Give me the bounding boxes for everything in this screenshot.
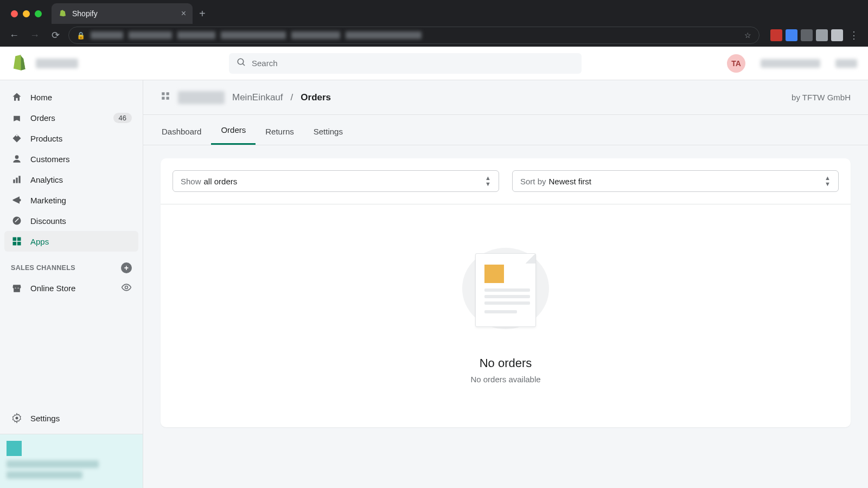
customers-icon [11,153,23,165]
sidebar-item-apps[interactable]: Apps [4,231,138,252]
store-icon [11,282,23,294]
svg-line-1 [242,63,245,66]
menu-icon[interactable]: ⋮ [846,29,861,41]
sidebar-item-label: Discounts [30,216,66,226]
shopify-logo-icon [11,54,26,73]
profile-avatar-icon[interactable] [831,29,843,41]
window-close-button[interactable] [11,10,18,17]
view-store-icon[interactable] [121,282,132,294]
tab-orders[interactable]: Orders [211,117,256,145]
svg-rect-3 [13,179,15,183]
sort-select[interactable]: Sort by Newest first ▲▼ [512,170,839,192]
extension-icon[interactable] [786,29,797,41]
sidebar-item-orders[interactable]: Orders 46 [4,107,138,128]
app-byline: by TFTW GmbH [792,93,851,102]
back-button[interactable]: ← [7,30,22,41]
search-placeholder: Search [252,59,278,68]
svg-rect-5 [18,176,20,183]
extension-icon[interactable] [816,29,828,41]
extension-icon[interactable] [770,29,782,41]
shopify-favicon-icon [58,9,67,18]
svg-point-2 [15,155,19,159]
sales-channels-heading: SALES CHANNELS + [4,252,138,278]
breadcrumb-blurred [178,91,225,104]
show-value: all orders [204,177,238,186]
orders-icon [11,112,23,124]
svg-rect-15 [162,97,164,100]
tab-dashboard[interactable]: Dashboard [152,118,211,145]
sidebar-item-analytics[interactable]: Analytics [4,169,138,190]
window-zoom-button[interactable] [35,10,42,17]
sidebar-item-label: Orders [30,113,55,123]
extension-icons: ⋮ [770,29,861,41]
sidebar-item-label: Customers [30,155,70,164]
tabs: Dashboard Orders Returns Settings [143,115,868,145]
sort-label: Sort by [520,177,546,186]
account-name-blurred-2 [835,59,857,68]
tab-bar: Shopify × + [0,0,868,24]
svg-rect-8 [17,237,21,241]
empty-state: No orders No orders available [161,204,851,427]
breadcrumb-row: MeinEinkauf / Orders by TFTW GmbH [143,80,868,115]
app-header: Search TA [0,47,868,80]
reload-button[interactable]: ⟳ [48,29,63,41]
main-content: MeinEinkauf / Orders by TFTW GmbH Dashbo… [143,80,868,488]
empty-subtitle: No orders available [470,375,540,384]
forward-button[interactable]: → [27,30,42,41]
search-input[interactable]: Search [229,53,582,74]
svg-rect-10 [17,242,21,246]
sidebar-item-label: Products [30,134,62,143]
close-tab-icon[interactable]: × [181,9,186,18]
analytics-icon [11,174,23,185]
traffic-lights [11,10,42,17]
svg-rect-7 [13,237,17,241]
breadcrumb-current: Orders [301,92,331,103]
lock-icon: 🔒 [76,31,85,40]
add-channel-button[interactable]: + [121,262,132,273]
new-tab-button[interactable]: + [199,8,206,20]
tab-settings[interactable]: Settings [304,118,353,145]
products-icon [11,132,23,144]
sidebar-item-label: Analytics [30,175,63,184]
tab-returns[interactable]: Returns [256,118,304,145]
svg-rect-4 [16,178,17,183]
svg-rect-16 [167,97,169,100]
gear-icon [11,412,23,424]
sidebar-item-settings[interactable]: Settings [4,408,138,428]
discounts-icon [11,215,23,227]
trial-banner[interactable] [0,434,143,488]
toolbar: ← → ⟳ 🔒 ☆ ⋮ [0,24,868,47]
empty-document-icon [462,248,549,329]
sidebar-item-products[interactable]: Products [4,128,138,149]
breadcrumb-separator: / [291,92,293,103]
extension-icon[interactable] [801,29,813,41]
svg-rect-14 [167,92,169,95]
tab-title: Shopify [72,9,98,18]
home-icon [11,91,23,103]
show-select[interactable]: Show all orders ▲▼ [173,170,499,192]
browser-tab[interactable]: Shopify × [52,3,193,24]
store-name-blurred [36,59,78,68]
user-avatar[interactable]: TA [727,54,745,73]
window-minimize-button[interactable] [23,10,30,17]
sidebar-item-customers[interactable]: Customers [4,149,138,169]
apps-icon [11,235,23,247]
sidebar-item-label: Online Store [30,284,75,293]
search-icon [237,57,246,69]
svg-point-0 [238,59,244,65]
trial-banner-icon [7,441,22,456]
sidebar-item-label: Marketing [30,196,66,205]
app-grid-icon[interactable] [161,91,170,104]
breadcrumb-app-link[interactable]: MeinEinkauf [232,92,283,103]
sidebar-item-home[interactable]: Home [4,87,138,107]
sidebar-item-discounts[interactable]: Discounts [4,210,138,231]
sort-value: Newest first [549,177,591,186]
bookmark-star-icon[interactable]: ☆ [744,31,751,40]
account-name-blurred [761,59,820,68]
svg-rect-9 [13,242,17,246]
sidebar-item-marketing[interactable]: Marketing [4,190,138,210]
sidebar-item-label: Settings [30,414,60,423]
address-bar[interactable]: 🔒 ☆ [68,27,760,44]
chevron-updown-icon: ▲▼ [485,175,491,187]
sidebar-channel-online-store[interactable]: Online Store [4,278,138,299]
